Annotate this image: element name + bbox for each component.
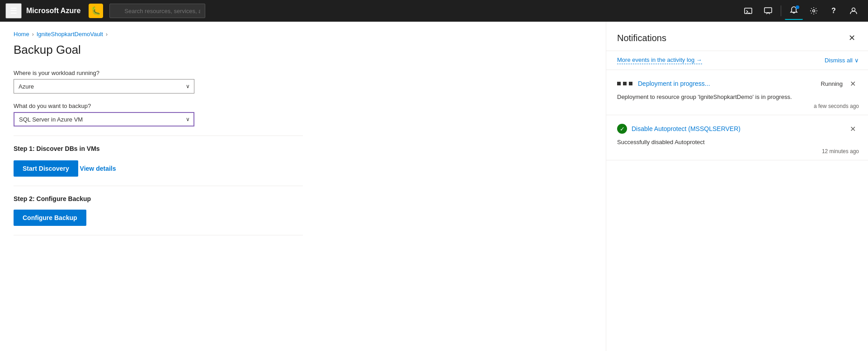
topnav-actions: ? bbox=[739, 2, 863, 20]
topnav: ☰ Microsoft Azure 🐛 🔍 ? bbox=[0, 0, 868, 22]
notification-2-title-row: ✓ Disable Autoprotect (MSSQLSERVER) bbox=[617, 124, 741, 134]
notification-2-close-button[interactable]: ✕ bbox=[846, 122, 859, 135]
view-details-link[interactable]: View details bbox=[80, 165, 116, 172]
notifications-header: Notifications ✕ bbox=[606, 22, 868, 51]
step2-section: Step 2: Configure Backup Configure Backu… bbox=[14, 195, 592, 226]
main-layout: Home › IgniteShopkartDemoVault › Backup … bbox=[0, 22, 868, 351]
success-icon: ✓ bbox=[617, 124, 627, 134]
dismiss-all-button[interactable]: Dismiss all ∨ bbox=[825, 57, 859, 64]
cloud-shell-button[interactable] bbox=[739, 2, 757, 20]
notification-2-description: Successfully disabled Autoprotect bbox=[617, 139, 859, 145]
left-content: Home › IgniteShopkartDemoVault › Backup … bbox=[0, 22, 606, 351]
notifications-title: Notifications bbox=[617, 33, 666, 43]
svg-rect-2 bbox=[764, 8, 772, 13]
workload-select[interactable]: Azure On-premises bbox=[14, 79, 194, 94]
svg-point-4 bbox=[852, 8, 855, 11]
notification-2-time: 12 minutes ago bbox=[617, 148, 859, 154]
breadcrumb-home[interactable]: Home bbox=[14, 31, 29, 37]
divider-2 bbox=[14, 186, 303, 186]
notification-1-status: Running bbox=[821, 80, 843, 87]
svg-point-3 bbox=[813, 10, 815, 12]
breadcrumb-vault[interactable]: IgniteShopkartDemoVault bbox=[37, 31, 103, 37]
divider-1 bbox=[14, 136, 303, 136]
search-input[interactable] bbox=[109, 4, 205, 18]
workload-section: Where is your workload running? Azure On… bbox=[14, 70, 592, 94]
hamburger-menu[interactable]: ☰ bbox=[5, 3, 22, 19]
step1-section: Step 1: Discover DBs in VMs Start Discov… bbox=[14, 145, 592, 177]
breadcrumb-sep-2: › bbox=[106, 31, 108, 37]
start-discovery-button[interactable]: Start Discovery bbox=[14, 160, 78, 177]
progress-icon bbox=[617, 82, 633, 85]
notification-1-description: Deployment to resource group 'IgniteShop… bbox=[617, 94, 859, 100]
search-wrapper: 🔍 bbox=[109, 4, 381, 18]
feedback-button[interactable] bbox=[759, 2, 777, 20]
notification-1-title-row: Deployment in progress... bbox=[617, 80, 710, 87]
notification-1-time: a few seconds ago bbox=[617, 103, 859, 109]
breadcrumb-sep-1: › bbox=[32, 31, 34, 37]
notification-item-2: ✓ Disable Autoprotect (MSSQLSERVER) ✕ Su… bbox=[606, 115, 868, 160]
account-button[interactable] bbox=[844, 2, 863, 20]
settings-button[interactable] bbox=[805, 2, 823, 20]
configure-backup-button[interactable]: Configure Backup bbox=[14, 210, 86, 226]
backup-select[interactable]: SQL Server in Azure VM Azure Virtual Mac… bbox=[14, 112, 194, 126]
breadcrumb: Home › IgniteShopkartDemoVault › bbox=[14, 31, 592, 37]
step2-title: Step 2: Configure Backup bbox=[14, 195, 592, 202]
notification-2-header: ✓ Disable Autoprotect (MSSQLSERVER) ✕ bbox=[617, 122, 859, 135]
notification-2-title[interactable]: Disable Autoprotect (MSSQLSERVER) bbox=[632, 125, 741, 132]
divider-3 bbox=[14, 235, 303, 235]
notifications-toolbar: More events in the activity log → Dismis… bbox=[606, 51, 868, 70]
activity-log-link[interactable]: More events in the activity log → bbox=[617, 56, 702, 64]
step1-title: Step 1: Discover DBs in VMs bbox=[14, 145, 592, 152]
notifications-button[interactable] bbox=[785, 2, 803, 20]
svg-rect-0 bbox=[745, 8, 752, 14]
backup-section: What do you want to backup? SQL Server i… bbox=[14, 103, 592, 126]
workload-label: Where is your workload running? bbox=[14, 70, 592, 76]
backup-select-wrapper: SQL Server in Azure VM Azure Virtual Mac… bbox=[14, 112, 194, 126]
notification-1-header: Deployment in progress... Running ✕ bbox=[617, 77, 859, 90]
workload-select-wrapper: Azure On-premises ∨ bbox=[14, 79, 194, 94]
notification-item-1: Deployment in progress... Running ✕ Depl… bbox=[606, 70, 868, 115]
backup-label: What do you want to backup? bbox=[14, 103, 592, 109]
chevron-down-icon: ∨ bbox=[854, 57, 859, 64]
bug-badge[interactable]: 🐛 bbox=[89, 4, 103, 18]
notification-1-close-button[interactable]: ✕ bbox=[846, 77, 859, 90]
help-button[interactable]: ? bbox=[825, 2, 843, 20]
notification-1-title[interactable]: Deployment in progress... bbox=[638, 80, 710, 87]
azure-logo: Microsoft Azure bbox=[26, 7, 80, 15]
notifications-close-button[interactable]: ✕ bbox=[844, 31, 859, 45]
page-title: Backup Goal bbox=[14, 43, 592, 57]
notification-dot bbox=[796, 5, 799, 9]
notifications-panel: Notifications ✕ More events in the activ… bbox=[606, 22, 868, 351]
